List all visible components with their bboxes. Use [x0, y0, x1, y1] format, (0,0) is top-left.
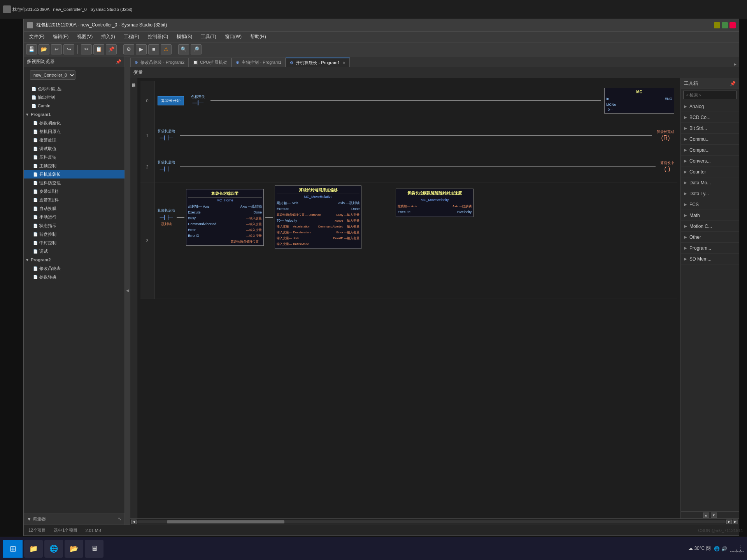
- sidebar-item-spindle[interactable]: 📄主轴控制: [24, 161, 124, 170]
- arrow-icon-bcd: ▶: [684, 115, 687, 119]
- toolbox-item-compare[interactable]: ▶Compar...: [681, 145, 739, 156]
- menu-controller[interactable]: 控制器(C): [144, 33, 172, 41]
- mc-movevel-axis-r: Axis —拉膜轴: [452, 203, 472, 209]
- scroll-right-btn-2[interactable]: ▶: [733, 520, 738, 524]
- menu-view[interactable]: 视图(V): [73, 33, 96, 41]
- mc-moverelative-block: 算袋长封端回原点偏移 MC_MoveRelative 疏封轴— Axis Axi…: [275, 186, 361, 249]
- sidebar-item-belt3[interactable]: 📄皮带3理料: [24, 196, 124, 204]
- controller-dropdown[interactable]: new_Controller_0: [30, 70, 75, 80]
- toolbar-open[interactable]: 📂: [39, 44, 49, 54]
- tab-bag-length-program1[interactable]: ⚙ 开机算袋长 - Program1 ✕: [286, 58, 349, 67]
- mc-moverel-row-4: 70— Velocity Active —输入变量: [277, 218, 359, 224]
- sidebar-item-debug[interactable]: 📄调试: [24, 247, 124, 256]
- arrow-icon-fcs: ▶: [684, 202, 687, 206]
- sidebar-resize-icon[interactable]: ⤡: [118, 516, 121, 522]
- toolbar-copy[interactable]: 📋: [93, 44, 104, 54]
- toolbar-warning[interactable]: ⚠: [161, 44, 172, 54]
- toolbox-item-convers[interactable]: ▶Convers...: [681, 156, 739, 166]
- sidebar-collapse-button[interactable]: ◀: [125, 56, 130, 525]
- sidebar-item-auto-film[interactable]: 📄自动换膜: [24, 204, 124, 213]
- toolbox-item-other[interactable]: ▶Other: [681, 232, 739, 243]
- sidebar-program1-section[interactable]: ▼Program1: [24, 110, 124, 119]
- sidebar-item-alarm[interactable]: 📄报警处理: [24, 136, 124, 144]
- tab-scroll-right[interactable]: ▸: [732, 61, 739, 67]
- toolbox-scroll-down[interactable]: ▼: [711, 513, 717, 518]
- sidebar-item-mid-seal[interactable]: 📄中封控制: [24, 238, 124, 247]
- scroll-right-btn[interactable]: ▶: [726, 520, 732, 524]
- maximize-button[interactable]: [722, 22, 728, 28]
- weather-icon: ☁: [688, 546, 693, 551]
- toolbox-search-input[interactable]: [683, 91, 736, 99]
- toolbar-stop[interactable]: ■: [148, 44, 159, 54]
- scroll-thumb-h[interactable]: [137, 520, 726, 523]
- mc-home-exec-l: Execute: [188, 210, 201, 215]
- toolbox-item-sdmem[interactable]: ▶SD Mem...: [681, 254, 739, 264]
- rung-2-wire: [180, 166, 656, 167]
- horizontal-scrollbar[interactable]: ◀ ▶ ▶: [130, 518, 739, 525]
- toolbar-paste[interactable]: 📌: [106, 44, 117, 54]
- toolbox-item-math[interactable]: ▶Math: [681, 210, 739, 221]
- sidebar-item-home[interactable]: 📄整机回原点: [24, 127, 124, 136]
- scroll-left-btn[interactable]: ◀: [131, 520, 137, 524]
- sidebar-item-color-correct[interactable]: 📄色标纠偏_丛: [24, 84, 124, 93]
- toolbar-undo[interactable]: ↩: [51, 44, 62, 54]
- toolbox-item-datamo[interactable]: ▶Data Mo...: [681, 177, 739, 188]
- sidebar-item-status[interactable]: 📄状态指示: [24, 221, 124, 230]
- tab-spindle-program1[interactable]: ⚙ 主轴控制 - Program1: [231, 58, 286, 67]
- sidebar-item-output[interactable]: 📄输出控制: [24, 93, 124, 102]
- toolbox-item-commu[interactable]: ▶Commu...: [681, 134, 739, 145]
- menu-insert[interactable]: 插入(I): [97, 33, 119, 41]
- toolbox-item-counter[interactable]: ▶Counter: [681, 166, 739, 177]
- menu-edit[interactable]: 编辑(E): [49, 33, 72, 41]
- toolbar-run[interactable]: ▶: [136, 44, 147, 54]
- toolbox-item-fcs[interactable]: ▶FCS: [681, 199, 739, 210]
- toolbox-item-bitstring[interactable]: ▶Bit Stri...: [681, 123, 739, 134]
- toolbar-build[interactable]: ⚙: [123, 44, 134, 54]
- toolbar-search2[interactable]: 🔎: [191, 44, 202, 54]
- menu-tools[interactable]: 工具(T): [197, 33, 220, 41]
- menu-file[interactable]: 文件(F): [25, 33, 48, 41]
- sidebar-item-manual[interactable]: 📄手动运行: [24, 213, 124, 221]
- minimize-button[interactable]: [714, 22, 720, 28]
- sidebar-item-press-rev[interactable]: 📄压料反转: [24, 153, 124, 161]
- ladder-canvas[interactable]: 0 算袋长开始 色标开关 ⊣⊢ MC: [137, 78, 680, 518]
- taskbar-item-monitor[interactable]: 🖥: [85, 540, 103, 558]
- toolbox-scroll-up[interactable]: ▲: [703, 513, 709, 518]
- sidebar-item-material[interactable]: 📄理料防空包: [24, 178, 124, 187]
- toolbar-search1[interactable]: 🔍: [178, 44, 189, 54]
- toolbar-redo[interactable]: ↪: [63, 44, 74, 54]
- close-button[interactable]: [729, 22, 736, 28]
- ladder-area: 程序编辑器 0 算袋长开始 色标开关 ⊣⊢: [130, 78, 739, 518]
- toolbox-pin-icon[interactable]: 📌: [730, 81, 736, 86]
- toolbar-save[interactable]: 💾: [26, 44, 37, 54]
- sidebar-item-param-convert[interactable]: 📄参数转换: [24, 273, 124, 281]
- toolbox-item-datatype[interactable]: ▶Data Ty...: [681, 188, 739, 199]
- rung-1: 1 算袋长启动 ⊣ ⊢ 算袋长完成 (R): [140, 120, 677, 151]
- menu-project[interactable]: 工程(P): [120, 33, 143, 41]
- sidebar-item-belt1[interactable]: 📄皮带1理料: [24, 187, 124, 196]
- sidebar-item-cam[interactable]: 📄修改凸轮表: [24, 264, 124, 273]
- toolbox-item-program[interactable]: ▶Program...: [681, 243, 739, 254]
- toolbox-item-analog[interactable]: ▶Analog: [681, 101, 739, 112]
- taskbar-item-browser[interactable]: 🌐: [44, 540, 63, 558]
- toolbox-item-bcd[interactable]: ▶BCD Co...: [681, 112, 739, 123]
- sidebar-pin-icon[interactable]: 📌: [116, 59, 121, 65]
- sidebar-item-param-init[interactable]: 📄参数初始化: [24, 119, 124, 127]
- taskbar-item-explorer[interactable]: 📁: [24, 540, 43, 558]
- tab-cam-program2[interactable]: ⚙ 修改凸轮装 - Program2: [130, 58, 189, 67]
- tab-cpu-rack[interactable]: 🔲 CPU/扩展机架: [189, 58, 231, 67]
- sidebar-program2-section[interactable]: ▼Program2: [24, 256, 124, 264]
- tab-close-button[interactable]: ✕: [342, 61, 345, 65]
- menu-simulate[interactable]: 模拟(S): [173, 33, 196, 41]
- start-button[interactable]: ⊞: [3, 540, 23, 558]
- toolbox-item-motion[interactable]: ▶Motion C...: [681, 221, 739, 232]
- sidebar-item-debug-val[interactable]: 📄调试取值: [24, 144, 124, 153]
- sidebar-item-bag-length[interactable]: 📄开机算袋长: [24, 170, 124, 178]
- toolbar-cut[interactable]: ✂: [81, 44, 92, 54]
- taskbar-item-folder[interactable]: 📂: [65, 540, 83, 558]
- sidebar-item-camin[interactable]: 📄CamIn: [24, 102, 124, 110]
- sidebar-item-turntable[interactable]: 📄转盘控制: [24, 230, 124, 238]
- menu-window[interactable]: 窗口(W): [221, 33, 245, 41]
- rung-3-wire-b: [265, 217, 273, 218]
- menu-help[interactable]: 帮助(H): [246, 33, 270, 41]
